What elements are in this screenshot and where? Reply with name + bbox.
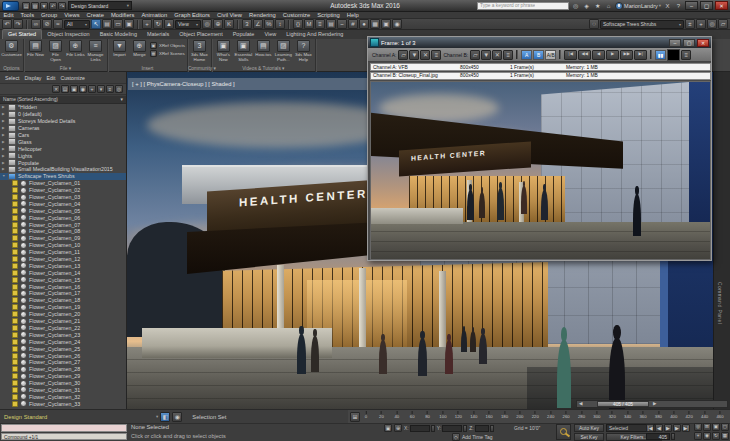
object-row[interactable]: Flower_Cyclamen_01 [0,180,126,187]
layer-row[interactable]: ▶Cars [0,132,126,139]
select-move-icon[interactable]: + [142,19,152,29]
ribbon-item-file-links[interactable]: ⊕File Links [66,40,85,58]
ribbon-item-xref-objects[interactable]: ▣XRef Objects [150,42,185,49]
frame-spinner[interactable] [671,433,675,440]
reference-coordinate-dropdown[interactable]: View▾ [175,20,201,29]
ram-minimize-button[interactable]: – [669,39,681,47]
tab-get-started[interactable]: Get Started [2,29,42,39]
object-row[interactable]: Flower_Cyclamen_08 [0,228,126,235]
snaps-toggle-icon[interactable]: 3 [242,19,252,29]
expand-arrow-icon[interactable]: ▶ [2,161,6,165]
ram-maximize-button[interactable]: ▢ [683,39,695,47]
visibility-bulb-icon[interactable] [12,277,18,283]
track-bar[interactable]: ⊞ 02040608010012014016018020022024026028… [348,409,730,423]
menu-rendering[interactable]: Rendering [246,12,280,19]
channel-b-clone-channel-icon[interactable]: ≡ [503,50,513,60]
minimize-button[interactable]: – [685,1,698,10]
object-row[interactable]: Flower_Cyclamen_19 [0,304,126,311]
tab-populate[interactable]: Populate [228,30,260,39]
ribbon-item-file-open[interactable]: ▨File Open [46,40,65,63]
explorer-menu-select[interactable]: Select [3,74,21,83]
go-to-end-icon[interactable]: ▶| [682,424,690,432]
undo-icon[interactable]: ↶ [49,2,57,10]
close-button[interactable]: ✕ [715,1,728,10]
unlink-icon[interactable]: ⊘ [42,19,52,29]
filter-icon[interactable]: ▾ [97,85,105,93]
object-row[interactable]: Flower_Cyclamen_26 [0,352,126,359]
menu-help[interactable]: Help [343,12,362,19]
channel-b-clear-channel-icon[interactable]: ✕ [492,50,502,60]
zoom-icon[interactable]: ◎ [694,423,702,431]
object-row[interactable]: Flower_Cyclamen_18 [0,297,126,304]
object-row[interactable]: Flower_Cyclamen_05 [0,207,126,214]
lock-icon[interactable]: ▣ [70,85,78,93]
object-row[interactable]: Flower_Cyclamen_20 [0,311,126,318]
add-icon[interactable]: + [88,85,96,93]
ribbon-item-learning-path-[interactable]: ▨Learning Path... [274,40,293,63]
edit-sets-icon[interactable]: ± [685,19,695,29]
open-mini-curve-editor-icon[interactable]: ⊞ [350,412,360,422]
select-by-name-icon[interactable]: ▤ [102,19,112,29]
select-rotate-icon[interactable]: ↻ [153,19,163,29]
tab-view[interactable]: View [259,30,281,39]
object-row[interactable]: Flower_Cyclamen_32 [0,393,126,400]
expand-arrow-icon[interactable]: ▶ [2,154,6,158]
tab-lighting-and-rendering[interactable]: Lighting And Rendering [281,30,348,39]
workspace-selector[interactable]: Design Standard [4,414,154,420]
expand-arrow-icon[interactable]: ▶ [2,147,6,151]
visibility-bulb-icon[interactable] [12,394,18,400]
tab-materials[interactable]: Materials [142,30,174,39]
layer-row[interactable]: ▶Storeys Modeled Details [0,118,126,125]
highlight-icon[interactable]: ◉ [79,85,87,93]
object-row[interactable]: Flower_Cyclamen_27 [0,359,126,366]
visibility-bulb-icon[interactable] [12,401,18,407]
visibility-bulb-icon[interactable] [12,284,18,290]
layer-row[interactable]: ▶Lights [0,152,126,159]
select-manipulate-icon[interactable]: ⊕ [213,19,223,29]
ram-close-button[interactable]: ✕ [697,39,709,47]
selection-lock-toggle-icon[interactable]: ▣ [384,424,392,432]
channel-b-open-channel-icon[interactable]: ▱ [470,50,480,60]
ribbon-item-customize[interactable]: ⚙Customize [2,40,21,58]
visibility-bulb-icon[interactable] [12,387,18,393]
search-icon[interactable]: ◎ [115,85,123,93]
visibility-bulb-icon[interactable] [12,366,18,372]
time-slider[interactable]: ◀ 405 / 405 ▶ [576,400,728,408]
search-go-icon[interactable]: ◎ [571,2,580,9]
menu-edit[interactable]: Edit [0,12,17,19]
object-row[interactable]: Flower_Cyclamen_33 [0,400,126,407]
isolate-selection-icon[interactable]: ◌ [589,19,599,29]
ribbon-item-file-new[interactable]: ▤File New [26,40,45,58]
curve-editor-icon[interactable]: ~ [337,19,347,29]
layer-manager-icon[interactable]: ▤ [326,19,336,29]
visibility-bulb-icon[interactable] [12,311,18,317]
ribbon-item-manage-links[interactable]: ≡Manage Links [86,40,105,63]
ram-playback-icon-5[interactable]: ▶| [634,50,647,60]
visibility-bulb-icon[interactable] [12,201,18,207]
percent-snap-icon[interactable]: % [264,19,274,29]
delete-icon[interactable]: ✕ [52,85,60,93]
object-row[interactable]: Flower_Cyclamen_21 [0,318,126,325]
visibility-bulb-icon[interactable] [12,194,18,200]
ribbon-item--ds-max-help[interactable]: ?3ds Max Help [294,40,313,63]
tab-basic-modeling[interactable]: Basic Modeling [95,30,142,39]
zoom-set-icon[interactable]: ◎ [707,19,717,29]
visibility-bulb-icon[interactable] [12,215,18,221]
set-key-button[interactable]: Set Key [574,433,604,441]
y-coordinate-field[interactable]: Y: [437,425,467,432]
object-row[interactable]: Flower_Cyclamen_04 [0,200,126,207]
maxscript-listener-pane[interactable]: Compound +1/1 [1,433,127,440]
explorer-menu-customize[interactable]: Customize [58,74,87,83]
ribbon-panel-label[interactable]: Options [0,65,23,72]
named-selection-sets-dropdown[interactable]: Softscape Trees Shrubs▾ [600,20,684,29]
object-row[interactable]: Flower_Cyclamen_31 [0,387,126,394]
ribbon-panel-label[interactable]: Community ▾ [188,65,211,72]
visibility-bulb-icon[interactable] [12,359,18,365]
layer-row[interactable]: ▶Populate [0,159,126,166]
explorer-menu-display[interactable]: Display [22,74,43,83]
ribbon-item-how-tos[interactable]: ▤How-tos [254,40,273,58]
ram-playback-icon-2[interactable]: ◀ [592,50,605,60]
visibility-bulb-icon[interactable] [12,297,18,303]
expand-arrow-icon[interactable]: ▶ [2,167,6,171]
x-coordinate-field[interactable]: X: [404,425,435,432]
